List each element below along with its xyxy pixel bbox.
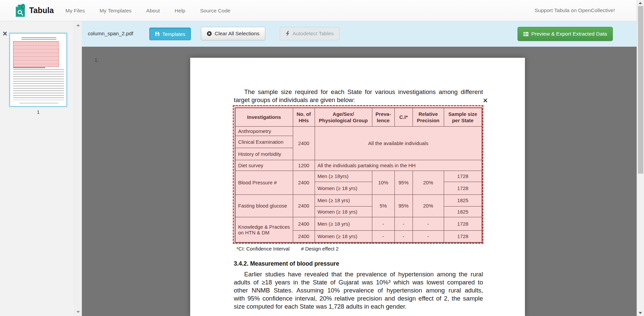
templates-button-label: Templates bbox=[162, 31, 185, 37]
tabula-logo-icon bbox=[15, 4, 26, 17]
autodetect-button-label: Autodetect Tables bbox=[292, 31, 334, 37]
thumbnail-body-lines bbox=[13, 69, 64, 100]
footnote-ci: *CI: Confidence Interval bbox=[236, 246, 289, 252]
nav-links: My Files My Templates About Help Source … bbox=[65, 0, 230, 21]
support-opencollective-link[interactable]: Support Tabula on OpenCollective! bbox=[535, 7, 615, 13]
nav-help[interactable]: Help bbox=[175, 8, 185, 14]
toolbar: column_span_2.pdf Templates Clear All Se… bbox=[82, 21, 637, 47]
page-thumbnail[interactable] bbox=[9, 33, 67, 107]
remove-circle-icon bbox=[207, 31, 212, 36]
brand[interactable]: Tabula bbox=[15, 4, 54, 17]
paragraph-line: with 95% confidence interval, 20% relati… bbox=[234, 295, 483, 303]
clear-all-selections-button[interactable]: Clear All Selections bbox=[201, 27, 265, 40]
body-paragraph: Earlier studies have revealed that the p… bbox=[234, 270, 483, 311]
remove-page-icon[interactable]: × bbox=[3, 30, 7, 38]
preview-export-button[interactable]: Preview & Export Extracted Data bbox=[518, 27, 613, 41]
templates-button[interactable]: Templates bbox=[149, 28, 191, 40]
brand-name: Tabula bbox=[29, 6, 54, 15]
scroll-down-icon[interactable] bbox=[76, 311, 80, 313]
scroll-down-icon[interactable] bbox=[639, 312, 642, 314]
scroll-up-icon[interactable] bbox=[639, 2, 642, 4]
nav-about[interactable]: About bbox=[146, 8, 160, 14]
page-label: 1. bbox=[95, 57, 99, 63]
filename-label: column_span_2.pdf bbox=[88, 31, 133, 37]
export-button-label: Preview & Export Extracted Data bbox=[531, 31, 607, 37]
thumbnail-heading-line bbox=[13, 67, 45, 68]
thumbnail-selection-overlay bbox=[13, 41, 59, 67]
thumbnail-footer-line bbox=[19, 103, 58, 103]
paragraph-line: Earlier studies have revealed that the p… bbox=[234, 270, 483, 278]
nav-my-templates[interactable]: My Templates bbox=[100, 8, 131, 14]
navbar: Tabula My Files My Templates About Help … bbox=[0, 0, 637, 21]
scroll-up-icon[interactable] bbox=[76, 24, 80, 26]
paragraph-line: other NNMB States. Assuming 10% prevalen… bbox=[234, 286, 483, 295]
sidebar-scrollbar[interactable] bbox=[74, 21, 82, 316]
selection-overlay[interactable] bbox=[233, 105, 483, 244]
window-scrollbar[interactable] bbox=[637, 0, 644, 316]
footnote-design-effect: # Design effect 2 bbox=[301, 246, 338, 252]
section-heading: 3.4.2. Measurement of blood pressure bbox=[234, 260, 339, 267]
nav-my-files[interactable]: My Files bbox=[65, 8, 85, 14]
sidebar: × 1 bbox=[0, 21, 82, 316]
paragraph-line: size computed for each State was 1,728 a… bbox=[234, 303, 483, 311]
thumbnail-page-number: 1 bbox=[9, 109, 67, 115]
tabula-app: Tabula My Files My Templates About Help … bbox=[0, 0, 644, 316]
selection-close-icon[interactable]: ✕ bbox=[483, 97, 488, 104]
intro-line: target groups of individuals are given b… bbox=[234, 96, 483, 104]
lightning-icon bbox=[285, 31, 290, 36]
pdf-page[interactable]: The sample size required for each State … bbox=[190, 58, 525, 316]
intro-line: The sample size required for each State … bbox=[234, 88, 483, 96]
scrollbar-thumb[interactable] bbox=[638, 6, 643, 174]
save-icon bbox=[155, 32, 160, 36]
table-list-icon bbox=[523, 32, 529, 36]
clear-button-label: Clear All Selections bbox=[215, 31, 260, 37]
nav-source-code[interactable]: Source Code bbox=[200, 8, 230, 14]
thumbnail-text-lines bbox=[21, 37, 56, 40]
paragraph-line: adults of ≥18 years in the State of Guja… bbox=[234, 278, 483, 286]
table-footnote: *CI: Confidence Interval # Design effect… bbox=[236, 246, 339, 252]
autodetect-tables-button[interactable]: Autodetect Tables bbox=[280, 27, 339, 40]
